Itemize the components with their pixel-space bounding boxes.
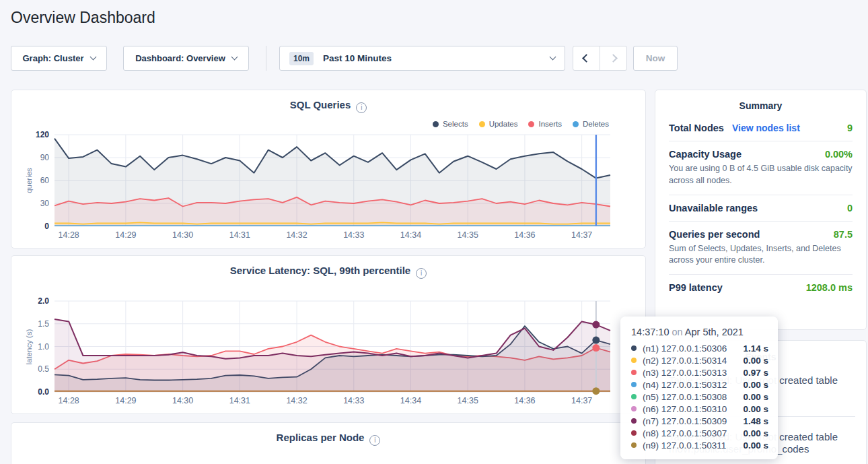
svg-text:14:29: 14:29 [115,396,136,405]
svg-text:14:36: 14:36 [514,396,535,405]
tooltip-node-row: (n4) 127.0.0.1:503120.00 s [631,378,768,391]
svg-text:14:28: 14:28 [59,230,79,240]
summary-row-unavailable-ranges: Unavailable ranges 0 [669,195,853,221]
next-time-button[interactable] [600,46,626,70]
summary-description: Sum of Selects, Updates, Inserts, and De… [669,243,853,267]
node-address: (n5) 127.0.0.1:50308 [643,392,743,402]
tooltip-node-row: (n1) 127.0.0.1:503061.14 s [631,342,768,354]
node-color-dot [631,382,637,387]
svg-text:14:33: 14:33 [343,230,364,240]
node-latency: 0.00 s [743,428,768,438]
svg-text:14:34: 14:34 [400,230,421,240]
tooltip-node-row: (n9) 127.0.0.1:503110.00 s [631,439,768,451]
node-latency: 0.00 s [743,440,768,451]
node-latency: 0.97 s [743,368,768,378]
svg-text:14:36: 14:36 [514,230,535,240]
summary-value: 0.00% [825,149,853,160]
chevron-down-icon [550,54,556,61]
svg-text:60: 60 [40,176,50,185]
svg-text:1.5: 1.5 [38,319,49,329]
info-icon[interactable]: i [416,268,427,279]
dashboard-dropdown-label: Dashboard: Overview [135,53,225,63]
node-address: (n2) 127.0.0.1:50314 [643,356,743,366]
legend-item: Inserts [528,120,562,128]
now-button[interactable]: Now [633,46,678,71]
svg-text:14:29: 14:29 [115,230,136,240]
node-latency: 1.14 s [743,343,768,354]
chart-title: Service Latency: SQL, 99th percentilei [11,265,645,279]
chart-title: Replicas per Nodei [11,432,645,446]
legend-dot [433,121,439,127]
legend-dot [528,121,534,127]
tooltip-timestamp: 14:37:10 on Apr 5th, 2021 [631,327,768,337]
svg-text:14:32: 14:32 [286,396,307,405]
legend-dot [573,121,579,127]
time-pager [573,46,627,71]
legend-item: Deletes [573,120,609,128]
tooltip-node-row: (n6) 127.0.0.1:503100.00 s [631,403,768,415]
svg-text:0.0: 0.0 [38,387,49,397]
node-color-dot [631,442,637,448]
graph-dropdown-label: Graph: Cluster [22,53,83,63]
svg-text:90: 90 [40,153,50,162]
node-color-dot [631,358,637,363]
summary-panel: Summary Total Nodes View nodes list 9 Ca… [655,90,867,330]
svg-text:1.0: 1.0 [38,342,49,352]
legend-dot [479,121,485,127]
tooltip-node-row: (n3) 127.0.0.1:503130.97 s [631,366,768,378]
node-address: (n1) 127.0.0.1:50306 [643,343,743,354]
info-icon[interactable]: i [369,435,380,446]
node-address: (n9) 127.0.0.1:50311 [643,440,743,451]
legend-item: Selects [433,120,468,128]
info-icon[interactable]: i [356,102,367,113]
service-latency-panel: Service Latency: SQL, 99th percentilei l… [11,255,646,414]
view-nodes-list-link[interactable]: View nodes list [732,123,800,133]
dashboard-dropdown[interactable]: Dashboard: Overview [123,46,249,71]
sql-queries-panel: SQL Queriesi Selects Updates Inserts Del… [11,90,646,248]
summary-row-total-nodes: Total Nodes View nodes list 9 [669,115,853,141]
graph-dropdown[interactable]: Graph: Cluster [11,46,107,71]
chart-legend: Selects Updates Inserts Deletes [433,120,609,128]
svg-text:14:37: 14:37 [571,396,592,405]
svg-text:0: 0 [44,222,49,231]
svg-text:14:33: 14:33 [343,396,364,405]
svg-text:14:32: 14:32 [286,230,307,240]
replicas-per-node-panel: Replicas per Nodei [11,422,646,464]
node-color-dot [631,406,637,411]
node-address: (n4) 127.0.0.1:50312 [643,380,743,390]
svg-text:14:30: 14:30 [172,396,193,405]
svg-text:14:31: 14:31 [229,396,250,405]
node-latency: 0.00 s [743,356,768,366]
node-address: (n6) 127.0.0.1:50310 [643,404,743,414]
time-range-dropdown[interactable]: 10m Past 10 Minutes [279,46,565,71]
node-latency: 0.00 s [743,380,768,390]
node-latency: 0.00 s [743,392,768,402]
toolbar-divider [266,46,266,71]
chevron-down-icon [231,54,238,61]
node-color-dot [631,370,637,375]
chevron-left-icon [582,54,591,63]
time-range-badge: 10m [289,52,314,65]
summary-row-queries-per-second: Queries per second 87.5 Sum of Selects, … [669,221,853,275]
node-address: (n8) 127.0.0.1:50307 [643,428,743,438]
summary-value: 1208.0 ms [806,282,853,293]
tooltip-node-row: (n8) 127.0.0.1:503070.00 s [631,427,768,439]
svg-text:2.0: 2.0 [38,296,49,306]
service-latency-chart[interactable]: 0.00.51.01.52.014:2814:2914:3014:3114:32… [11,295,647,413]
node-address: (n3) 127.0.0.1:50313 [643,368,743,378]
sql-queries-chart[interactable]: 030609012014:2814:2914:3014:3114:3214:33… [11,129,647,247]
prev-time-button[interactable] [573,46,600,70]
node-color-dot [631,394,637,399]
node-color-dot [631,430,637,436]
chevron-down-icon [89,54,96,61]
node-latency: 1.48 s [743,416,768,426]
node-address: (n7) 127.0.0.1:50309 [643,416,743,426]
svg-text:14:35: 14:35 [458,396,478,405]
summary-row-capacity-usage: Capacity Usage 0.00% You are using 0 B o… [669,141,853,195]
chart-tooltip: 14:37:10 on Apr 5th, 2021 (n1) 127.0.0.1… [620,317,778,459]
svg-text:120: 120 [36,130,49,139]
tooltip-node-row: (n7) 127.0.0.1:503091.48 s [631,415,768,427]
svg-text:14:34: 14:34 [400,396,421,405]
svg-text:14:30: 14:30 [172,230,193,240]
summary-value: 87.5 [834,229,853,240]
